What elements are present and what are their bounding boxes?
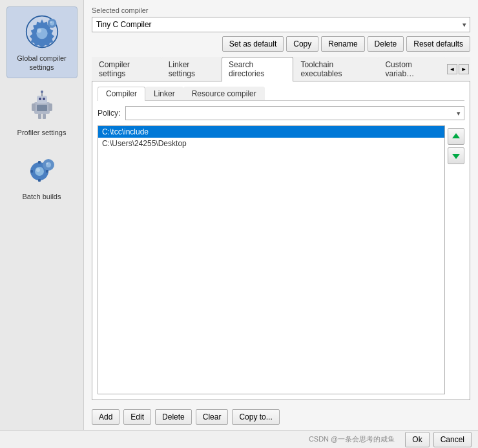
sidebar-item-batch-builds[interactable]: Batch builds	[6, 145, 78, 206]
tab-linker-settings[interactable]: Linker settings	[161, 57, 222, 81]
svg-rect-12	[37, 96, 47, 103]
tab-prev-arrow[interactable]: ◄	[447, 64, 457, 74]
svg-point-14	[43, 98, 45, 100]
policy-label: Policy:	[98, 109, 120, 118]
sub-tab-compiler[interactable]: Compiler	[98, 87, 145, 101]
sub-tabs: Compiler Linker Resource compiler	[98, 87, 464, 101]
svg-rect-9	[48, 103, 52, 111]
dir-move-down-button[interactable]	[448, 147, 464, 164]
cancel-button[interactable]: Cancel	[433, 432, 472, 447]
batch-builds-icon	[23, 151, 61, 189]
svg-marker-27	[452, 133, 460, 138]
svg-point-19	[36, 168, 40, 172]
svg-point-2	[37, 28, 41, 33]
svg-rect-8	[32, 103, 36, 111]
sidebar-item-profiler-label: Profiler settings	[17, 128, 67, 137]
svg-marker-28	[452, 154, 460, 159]
reset-defaults-button[interactable]: Reset defaults	[406, 36, 470, 52]
main-tabs: Compiler settings Linker settings Search…	[92, 57, 470, 81]
arrow-up-icon	[452, 132, 461, 141]
policy-row: Policy:	[98, 106, 464, 120]
tab-search-directories[interactable]: Search directories	[222, 57, 293, 81]
directory-list: C:\tcc\include C:\Users\24255\Desktop	[98, 125, 445, 394]
compiler-select[interactable]: Tiny C Compiler	[92, 17, 470, 32]
tab-next-arrow[interactable]: ►	[459, 64, 469, 74]
delete-compiler-button[interactable]: Delete	[368, 36, 404, 52]
sidebar: Global compiler settings	[0, 0, 84, 430]
right-panel: Selected compiler Tiny C Compiler Set as…	[84, 0, 478, 430]
dir-item-0[interactable]: C:\tcc\include	[98, 126, 444, 138]
sidebar-item-global-compiler[interactable]: Global compiler settings	[6, 6, 78, 78]
compiler-select-row: Tiny C Compiler	[92, 17, 470, 32]
sub-tab-resource-compiler[interactable]: Resource compiler	[183, 87, 265, 100]
dir-move-up-button[interactable]	[448, 128, 464, 145]
edit-button[interactable]: Edit	[123, 409, 151, 425]
sidebar-item-global-compiler-label: Global compiler settings	[10, 54, 74, 72]
svg-rect-23	[38, 161, 41, 164]
svg-rect-10	[38, 114, 41, 119]
rename-button[interactable]: Rename	[321, 36, 364, 52]
arrow-down-icon	[452, 151, 461, 160]
copy-button[interactable]: Copy	[286, 36, 318, 52]
svg-rect-26	[46, 170, 48, 173]
add-button[interactable]: Add	[92, 409, 119, 425]
svg-point-5	[50, 21, 52, 23]
bottom-buttons-row: Add Edit Delete Clear Copy to...	[92, 405, 470, 425]
tab-toolchain-executables[interactable]: Toolchain executables	[293, 57, 378, 81]
compiler-section-label: Selected compiler	[92, 6, 470, 14]
content-panel: Compiler Linker Resource compiler Policy…	[92, 81, 470, 400]
ok-button[interactable]: Ok	[405, 432, 429, 447]
watermark-text: CSDN @一条会思考的咸鱼	[6, 434, 401, 444]
tab-custom-variables[interactable]: Custom variab…	[378, 57, 446, 81]
footer: CSDN @一条会思考的咸鱼 Ok Cancel	[0, 430, 478, 448]
svg-point-22	[46, 162, 48, 164]
policy-select-wrapper	[125, 106, 464, 120]
profiler-icon	[23, 87, 61, 125]
dir-list-container: C:\tcc\include C:\Users\24255\Desktop	[98, 125, 464, 394]
svg-point-16	[41, 91, 43, 93]
svg-rect-11	[43, 114, 46, 119]
compiler-select-wrapper: Tiny C Compiler	[92, 17, 470, 32]
action-buttons-row: Set as default Copy Rename Delete Reset …	[92, 36, 470, 52]
copy-to-button[interactable]: Copy to...	[232, 409, 279, 425]
global-compiler-icon	[23, 12, 61, 51]
sub-tab-linker[interactable]: Linker	[145, 87, 183, 100]
tab-compiler-settings[interactable]: Compiler settings	[92, 57, 161, 81]
clear-button[interactable]: Clear	[196, 409, 229, 425]
dir-nav-buttons	[448, 125, 464, 394]
svg-rect-7	[37, 105, 47, 111]
svg-rect-25	[38, 179, 41, 182]
sidebar-item-profiler[interactable]: Profiler settings	[6, 81, 78, 142]
tab-nav-arrows: ◄ ►	[446, 57, 470, 81]
svg-point-13	[39, 98, 41, 100]
svg-rect-24	[30, 170, 33, 173]
policy-select[interactable]	[125, 106, 464, 120]
dir-item-1[interactable]: C:\Users\24255\Desktop	[98, 138, 444, 149]
set-default-button[interactable]: Set as default	[222, 36, 284, 52]
delete-dir-button[interactable]: Delete	[155, 409, 192, 425]
sidebar-item-batch-builds-label: Batch builds	[23, 192, 61, 201]
